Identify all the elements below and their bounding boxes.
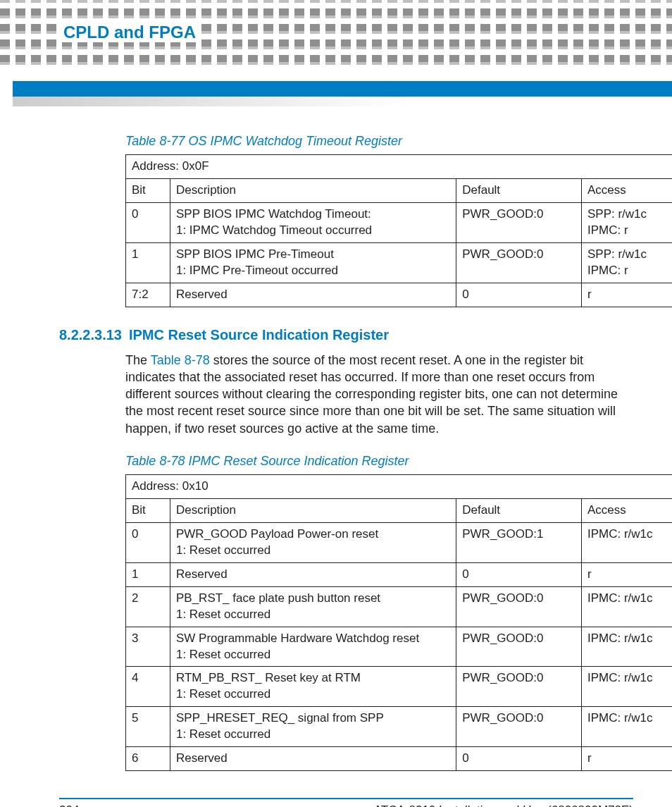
footer-page: 304 [59, 803, 79, 807]
table-cell-desc: RTM_PB_RST_ Reset key at RTM 1: Reset oc… [170, 667, 456, 707]
table-cell-desc: SW Programmable Hardware Watchdog reset … [170, 627, 456, 667]
header-title: CPLD and FPGA [63, 23, 196, 42]
header-grey-wedge [13, 97, 672, 106]
table-cell-bit: 0 [126, 522, 170, 562]
page: CPLD and FPGA Table 8-77 OS IPMC Watchdo… [0, 0, 672, 807]
table1-col-def: Default [456, 178, 582, 202]
table-cell-acc: SPP: r/w1c IPMC: r [581, 202, 672, 242]
table-cell-desc: Reserved [170, 283, 456, 307]
table1-col-desc: Description [170, 178, 456, 202]
content: Table 8-77 OS IPMC Watchdog Timeout Regi… [0, 0, 672, 771]
table-cell-bit: 5 [126, 707, 170, 747]
table-cell-def: PWR_GOOD:0 [456, 242, 582, 283]
table-cell-def: PWR_GOOD:1 [456, 522, 582, 562]
table2-col-bit: Bit [126, 498, 170, 522]
table2-caption: Table 8-78 IPMC Reset Source Indication … [125, 454, 633, 469]
table1-col-acc: Access [581, 178, 672, 202]
table-cell-bit: 6 [126, 747, 170, 771]
table-row: 1Reserved0r [126, 562, 673, 586]
section-title: IPMC Reset Source Indication Register [129, 327, 389, 343]
table2-body: 0PWR_GOOD Payload Power-on reset 1: Rese… [126, 522, 673, 770]
table-cell-acc: IPMC: r/w1c [581, 627, 672, 667]
table-cell-bit: 4 [126, 667, 170, 707]
table-cell-bit: 1 [126, 242, 170, 283]
table-cell-def: PWR_GOOD:0 [456, 707, 582, 747]
table-row: 2PB_RST_ face plate push button reset 1:… [126, 586, 673, 627]
table2-col-desc: Description [170, 498, 456, 522]
table-cell-bit: 0 [126, 202, 170, 242]
table-cell-desc: SPP BIOS IPMC Watchdog Timeout: 1: IPMC … [170, 202, 456, 242]
section-body: The Table 8-78 stores the source of the … [125, 352, 633, 437]
table1-body: 0SPP BIOS IPMC Watchdog Timeout: 1: IPMC… [126, 202, 673, 307]
footer-docref: ATCA-8310 Installation and Use (6806800M… [374, 803, 633, 807]
table-cell-def: 0 [456, 562, 582, 586]
section-body-link[interactable]: Table 8-78 [151, 353, 210, 367]
table-cell-bit: 2 [126, 586, 170, 627]
table2-col-def: Default [456, 498, 582, 522]
table-row: 1SPP BIOS IPMC Pre-Timeout 1: IPMC Pre-T… [126, 242, 673, 283]
table-cell-def: PWR_GOOD:0 [456, 586, 582, 627]
table2-address: Address: 0x10 [126, 475, 673, 499]
table-cell-desc: PB_RST_ face plate push button reset 1: … [170, 586, 456, 627]
section-body-pre: The [125, 353, 151, 367]
table1: Address: 0x0F Bit Description Default Ac… [125, 154, 672, 307]
table-cell-def: 0 [456, 747, 582, 771]
table-cell-bit: 7:2 [126, 283, 170, 307]
table1-header-row: Bit Description Default Access [126, 178, 673, 202]
table2-col-acc: Access [581, 498, 672, 522]
table-row: 0SPP BIOS IPMC Watchdog Timeout: 1: IPMC… [126, 202, 673, 242]
section-heading: 8.2.2.3.13 IPMC Reset Source Indication … [59, 327, 633, 343]
table-row: 5SPP_HRESET_REQ_ signal from SPP 1: Rese… [126, 707, 673, 747]
table-cell-desc: SPP BIOS IPMC Pre-Timeout 1: IPMC Pre-Ti… [170, 242, 456, 283]
table-row: 6Reserved0r [126, 747, 673, 771]
table-cell-desc: PWR_GOOD Payload Power-on reset 1: Reset… [170, 522, 456, 562]
table-cell-desc: Reserved [170, 747, 456, 771]
table-cell-acc: r [581, 747, 672, 771]
table-cell-acc: r [581, 562, 672, 586]
header-title-wrap: CPLD and FPGA [59, 23, 200, 42]
table-cell-acc: IPMC: r/w1c [581, 586, 672, 627]
table-cell-def: PWR_GOOD:0 [456, 202, 582, 242]
table1-address-row: Address: 0x0F [126, 155, 673, 179]
table1-caption: Table 8-77 OS IPMC Watchdog Timeout Regi… [125, 134, 633, 149]
footer: 304 ATCA-8310 Installation and Use (6806… [59, 798, 633, 807]
table2-header-row: Bit Description Default Access [126, 498, 673, 522]
table-row: 0PWR_GOOD Payload Power-on reset 1: Rese… [126, 522, 673, 562]
table-cell-bit: 1 [126, 562, 170, 586]
table-cell-acc: IPMC: r/w1c [581, 522, 672, 562]
table-cell-acc: IPMC: r/w1c [581, 667, 672, 707]
table1-col-bit: Bit [126, 178, 170, 202]
table-cell-acc: SPP: r/w1c IPMC: r [581, 242, 672, 283]
table-cell-acc: r [581, 283, 672, 307]
section-number: 8.2.2.3.13 [59, 327, 122, 343]
table-cell-bit: 3 [126, 627, 170, 667]
table2: Address: 0x10 Bit Description Default Ac… [125, 474, 672, 771]
table2-address-row: Address: 0x10 [126, 475, 673, 499]
table-cell-acc: IPMC: r/w1c [581, 707, 672, 747]
table1-address: Address: 0x0F [126, 155, 673, 179]
table-cell-desc: Reserved [170, 562, 456, 586]
table-row: 4RTM_PB_RST_ Reset key at RTM 1: Reset o… [126, 667, 673, 707]
table-cell-desc: SPP_HRESET_REQ_ signal from SPP 1: Reset… [170, 707, 456, 747]
table-row: 3SW Programmable Hardware Watchdog reset… [126, 627, 673, 667]
table-row: 7:2Reserved0r [126, 283, 673, 307]
table-cell-def: PWR_GOOD:0 [456, 667, 582, 707]
table-cell-def: PWR_GOOD:0 [456, 627, 582, 667]
table-cell-def: 0 [456, 283, 582, 307]
header-blue-bar [13, 81, 672, 97]
